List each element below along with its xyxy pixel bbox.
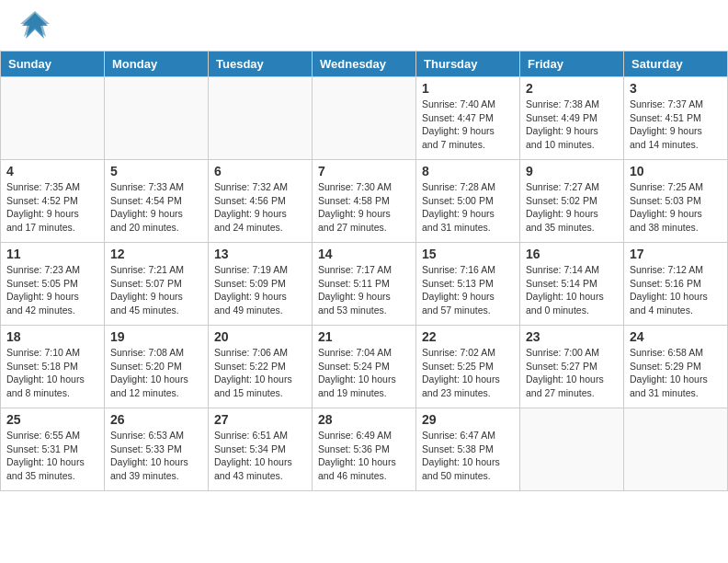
calendar-week-4: 25Sunrise: 6:55 AM Sunset: 5:31 PM Dayli… — [1, 408, 728, 491]
day-number: 25 — [6, 412, 98, 427]
day-number: 14 — [318, 247, 410, 261]
calendar-cell: 5Sunrise: 7:33 AM Sunset: 4:54 PM Daylig… — [105, 160, 209, 243]
day-number: 21 — [318, 329, 410, 344]
page-header — [0, 0, 728, 51]
calendar-cell: 9Sunrise: 7:27 AM Sunset: 5:02 PM Daylig… — [520, 160, 624, 243]
calendar-cell: 4Sunrise: 7:35 AM Sunset: 4:52 PM Daylig… — [1, 160, 105, 243]
calendar-cell: 20Sunrise: 7:06 AM Sunset: 5:22 PM Dayli… — [209, 326, 313, 408]
day-number: 12 — [110, 247, 202, 261]
calendar-cell — [105, 77, 209, 160]
day-info: Sunrise: 6:51 AM Sunset: 5:34 PM Dayligh… — [214, 429, 306, 483]
calendar-cell: 22Sunrise: 7:02 AM Sunset: 5:25 PM Dayli… — [416, 326, 520, 408]
day-info: Sunrise: 7:19 AM Sunset: 5:09 PM Dayligh… — [214, 263, 306, 317]
calendar-cell: 28Sunrise: 6:49 AM Sunset: 5:36 PM Dayli… — [313, 408, 416, 491]
day-number: 8 — [422, 164, 514, 178]
calendar-cell: 1Sunrise: 7:40 AM Sunset: 4:47 PM Daylig… — [416, 77, 520, 160]
day-number: 1 — [422, 81, 514, 96]
weekday-header-friday: Friday — [520, 52, 624, 77]
calendar-cell — [209, 77, 313, 160]
day-info: Sunrise: 7:02 AM Sunset: 5:25 PM Dayligh… — [422, 346, 514, 400]
day-number: 27 — [214, 412, 306, 427]
calendar-cell — [1, 77, 105, 160]
day-info: Sunrise: 6:55 AM Sunset: 5:31 PM Dayligh… — [6, 429, 98, 483]
calendar-week-3: 18Sunrise: 7:10 AM Sunset: 5:18 PM Dayli… — [1, 326, 728, 408]
day-number: 11 — [6, 247, 98, 261]
day-info: Sunrise: 7:27 AM Sunset: 5:02 PM Dayligh… — [526, 180, 618, 235]
day-number: 5 — [110, 164, 202, 178]
calendar-cell: 10Sunrise: 7:25 AM Sunset: 5:03 PM Dayli… — [624, 160, 728, 243]
day-number: 17 — [630, 247, 722, 261]
day-number: 23 — [526, 329, 618, 344]
weekday-header-tuesday: Tuesday — [209, 52, 313, 77]
day-info: Sunrise: 7:33 AM Sunset: 4:54 PM Dayligh… — [110, 180, 202, 235]
calendar-week-2: 11Sunrise: 7:23 AM Sunset: 5:05 PM Dayli… — [1, 243, 728, 326]
calendar-cell: 2Sunrise: 7:38 AM Sunset: 4:49 PM Daylig… — [520, 77, 624, 160]
calendar-cell: 19Sunrise: 7:08 AM Sunset: 5:20 PM Dayli… — [105, 326, 209, 408]
day-number: 4 — [6, 164, 98, 178]
calendar-cell: 24Sunrise: 6:58 AM Sunset: 5:29 PM Dayli… — [624, 326, 728, 408]
weekday-header-row: SundayMondayTuesdayWednesdayThursdayFrid… — [1, 52, 728, 77]
calendar-cell: 23Sunrise: 7:00 AM Sunset: 5:27 PM Dayli… — [520, 326, 624, 408]
weekday-header-sunday: Sunday — [1, 52, 105, 77]
calendar-cell: 12Sunrise: 7:21 AM Sunset: 5:07 PM Dayli… — [105, 243, 209, 326]
day-info: Sunrise: 7:37 AM Sunset: 4:51 PM Dayligh… — [630, 98, 722, 152]
day-info: Sunrise: 6:58 AM Sunset: 5:29 PM Dayligh… — [630, 346, 722, 400]
calendar-cell: 8Sunrise: 7:28 AM Sunset: 5:00 PM Daylig… — [416, 160, 520, 243]
day-number: 9 — [526, 164, 618, 178]
weekday-header-saturday: Saturday — [624, 52, 728, 77]
page-wrapper: SundayMondayTuesdayWednesdayThursdayFrid… — [0, 0, 728, 491]
weekday-header-thursday: Thursday — [416, 52, 520, 77]
day-info: Sunrise: 7:14 AM Sunset: 5:14 PM Dayligh… — [526, 263, 618, 317]
calendar-cell: 11Sunrise: 7:23 AM Sunset: 5:05 PM Dayli… — [1, 243, 105, 326]
calendar-cell — [624, 408, 728, 491]
day-number: 16 — [526, 247, 618, 261]
calendar-week-0: 1Sunrise: 7:40 AM Sunset: 4:47 PM Daylig… — [1, 77, 728, 160]
day-info: Sunrise: 7:32 AM Sunset: 4:56 PM Dayligh… — [214, 180, 306, 235]
day-number: 6 — [214, 164, 306, 178]
calendar-cell: 17Sunrise: 7:12 AM Sunset: 5:16 PM Dayli… — [624, 243, 728, 326]
day-info: Sunrise: 7:21 AM Sunset: 5:07 PM Dayligh… — [110, 263, 202, 317]
day-number: 28 — [318, 412, 410, 427]
calendar-cell: 13Sunrise: 7:19 AM Sunset: 5:09 PM Dayli… — [209, 243, 313, 326]
day-info: Sunrise: 7:17 AM Sunset: 5:11 PM Dayligh… — [318, 263, 410, 317]
calendar-cell: 7Sunrise: 7:30 AM Sunset: 4:58 PM Daylig… — [313, 160, 416, 243]
logo-bird-icon — [18, 9, 51, 46]
day-info: Sunrise: 6:47 AM Sunset: 5:38 PM Dayligh… — [422, 429, 514, 483]
day-number: 7 — [318, 164, 410, 178]
day-number: 3 — [630, 81, 722, 96]
day-info: Sunrise: 7:23 AM Sunset: 5:05 PM Dayligh… — [6, 263, 98, 317]
calendar-cell: 6Sunrise: 7:32 AM Sunset: 4:56 PM Daylig… — [209, 160, 313, 243]
day-info: Sunrise: 7:08 AM Sunset: 5:20 PM Dayligh… — [110, 346, 202, 400]
calendar-cell: 25Sunrise: 6:55 AM Sunset: 5:31 PM Dayli… — [1, 408, 105, 491]
calendar-cell: 27Sunrise: 6:51 AM Sunset: 5:34 PM Dayli… — [209, 408, 313, 491]
day-info: Sunrise: 7:38 AM Sunset: 4:49 PM Dayligh… — [526, 98, 618, 152]
day-info: Sunrise: 7:12 AM Sunset: 5:16 PM Dayligh… — [630, 263, 722, 317]
day-number: 19 — [110, 329, 202, 344]
day-info: Sunrise: 7:28 AM Sunset: 5:00 PM Dayligh… — [422, 180, 514, 235]
day-info: Sunrise: 7:10 AM Sunset: 5:18 PM Dayligh… — [6, 346, 98, 400]
day-info: Sunrise: 7:30 AM Sunset: 4:58 PM Dayligh… — [318, 180, 410, 235]
day-info: Sunrise: 7:16 AM Sunset: 5:13 PM Dayligh… — [422, 263, 514, 317]
weekday-header-wednesday: Wednesday — [313, 52, 416, 77]
day-info: Sunrise: 7:06 AM Sunset: 5:22 PM Dayligh… — [214, 346, 306, 400]
day-info: Sunrise: 7:25 AM Sunset: 5:03 PM Dayligh… — [630, 180, 722, 235]
day-number: 15 — [422, 247, 514, 261]
day-number: 2 — [526, 81, 618, 96]
calendar-cell — [313, 77, 416, 160]
calendar-table: SundayMondayTuesdayWednesdayThursdayFrid… — [0, 51, 728, 491]
calendar-week-1: 4Sunrise: 7:35 AM Sunset: 4:52 PM Daylig… — [1, 160, 728, 243]
calendar-cell — [520, 408, 624, 491]
day-number: 29 — [422, 412, 514, 427]
day-info: Sunrise: 7:40 AM Sunset: 4:47 PM Dayligh… — [422, 98, 514, 152]
day-number: 20 — [214, 329, 306, 344]
svg-marker-1 — [20, 11, 50, 37]
calendar-cell: 21Sunrise: 7:04 AM Sunset: 5:24 PM Dayli… — [313, 326, 416, 408]
calendar-cell: 15Sunrise: 7:16 AM Sunset: 5:13 PM Dayli… — [416, 243, 520, 326]
day-number: 24 — [630, 329, 722, 344]
day-info: Sunrise: 6:49 AM Sunset: 5:36 PM Dayligh… — [318, 429, 410, 483]
calendar-cell: 3Sunrise: 7:37 AM Sunset: 4:51 PM Daylig… — [624, 77, 728, 160]
day-info: Sunrise: 7:35 AM Sunset: 4:52 PM Dayligh… — [6, 180, 98, 235]
day-number: 18 — [6, 329, 98, 344]
calendar-cell: 16Sunrise: 7:14 AM Sunset: 5:14 PM Dayli… — [520, 243, 624, 326]
day-number: 13 — [214, 247, 306, 261]
